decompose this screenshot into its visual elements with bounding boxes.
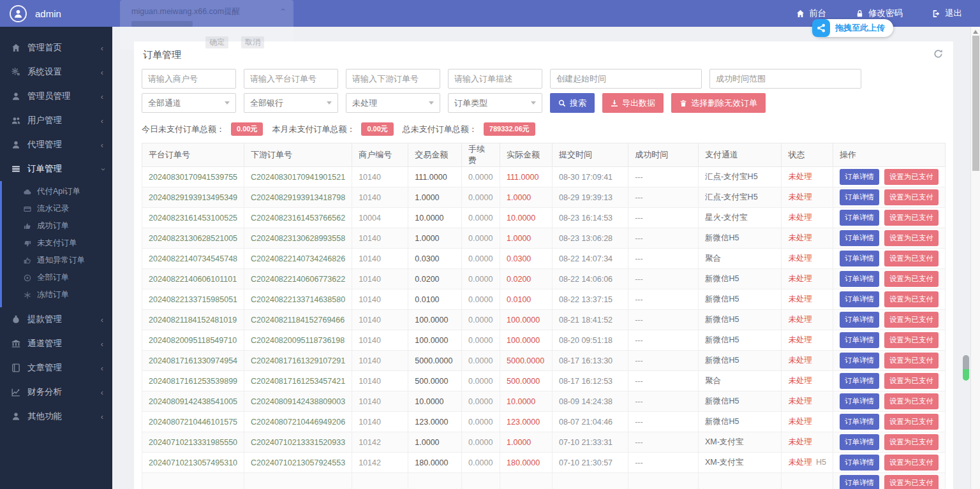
filter-select-3[interactable]: 订单类型 <box>448 93 542 113</box>
order-detail-button[interactable]: 订单详情 <box>840 414 879 430</box>
sidebar-menu: 管理首页 ‹ 系统设置 ‹ 管理员管理 ‹ 用户管理 ‹ 代理管理 ‹ 订单管理… <box>0 27 112 428</box>
table-row: 20240710213057495310C2024071021305792455… <box>142 453 946 473</box>
unpaid-stats: 今日未支付订单总额： 0.00元 本月未支付订单总额： 0.00元 总未支付订单… <box>142 122 946 136</box>
sidebar-item-system[interactable]: 系统设置 ‹ <box>0 60 112 84</box>
status-badge: 未处理 <box>788 213 812 222</box>
filter-input-3[interactable] <box>448 69 542 89</box>
filter-select-1[interactable]: 全部银行 <box>244 93 338 113</box>
chevron-down-icon <box>429 101 434 105</box>
filter-input-1[interactable] <box>244 69 338 89</box>
mini-progress-indicator <box>963 355 969 381</box>
order-detail-button[interactable]: 订单详情 <box>840 393 879 409</box>
set-paid-button[interactable]: 设置为已支付 <box>884 414 939 430</box>
avatar[interactable] <box>10 5 27 22</box>
order-detail-button[interactable]: 订单详情 <box>840 455 879 471</box>
order-detail-button[interactable]: 订单详情 <box>840 230 879 246</box>
set-paid-button[interactable]: 设置为已支付 <box>884 393 939 409</box>
order-detail-button[interactable]: 订单详情 <box>840 169 879 185</box>
set-paid-button[interactable]: 设置为已支付 <box>884 291 939 307</box>
upload-dropzone[interactable]: 拖拽至此上传 <box>812 19 893 37</box>
set-paid-button[interactable]: 设置为已支付 <box>884 230 939 246</box>
set-paid-button[interactable]: 设置为已支付 <box>884 210 939 226</box>
order-detail-button[interactable]: 订单详情 <box>840 291 879 307</box>
order-detail-button[interactable]: 订单详情 <box>840 475 879 489</box>
sidebar-item-home[interactable]: 管理首页 ‹ <box>0 36 112 60</box>
table-row: 20240822140606101101C2024082214060677362… <box>142 269 946 289</box>
filter-row-inputs <box>142 69 946 89</box>
order-detail-button[interactable]: 订单详情 <box>840 373 879 389</box>
order-detail-button[interactable]: 订单详情 <box>840 353 879 369</box>
user-icon <box>11 92 20 101</box>
set-paid-button[interactable]: 设置为已支付 <box>884 455 939 471</box>
scroll-up-arrow-icon[interactable] <box>973 30 978 34</box>
order-detail-button[interactable]: 订单详情 <box>840 332 879 348</box>
set-paid-button[interactable]: 设置为已支付 <box>884 271 939 287</box>
order-detail-button[interactable]: 订单详情 <box>840 434 879 450</box>
table-row: 20240823161453100525C2024082316145376656… <box>142 208 946 228</box>
filter-input-4[interactable] <box>550 69 702 89</box>
order-detail-button[interactable]: 订单详情 <box>840 312 879 328</box>
set-paid-button[interactable]: 设置为已支付 <box>884 373 939 389</box>
order-detail-button[interactable]: 订单详情 <box>840 271 879 287</box>
delete-invalid-orders-button[interactable]: 选择删除无效订单 <box>671 93 766 113</box>
sidebar-item-admins[interactable]: 管理员管理 ‹ <box>0 84 112 108</box>
filter-input-0[interactable] <box>142 69 236 89</box>
filter-input-5[interactable] <box>709 69 861 89</box>
user-icon <box>11 412 20 421</box>
chevron-left-icon: ‹ <box>101 412 103 421</box>
set-paid-button[interactable]: 设置为已支付 <box>884 332 939 348</box>
set-paid-button[interactable]: 设置为已支付 <box>884 434 939 450</box>
export-data-button[interactable]: 导出数据 <box>602 93 664 113</box>
table-row: 20240823130628521005C2024082313062899355… <box>142 228 946 249</box>
search-button[interactable]: 搜索 <box>550 93 595 113</box>
topbar-link-change-password[interactable]: 修改密码 <box>856 8 903 19</box>
set-paid-button[interactable]: 设置为已支付 <box>884 251 939 266</box>
sidebar-subitem-unpaid-orders[interactable]: 未支付订单 <box>2 235 112 252</box>
set-paid-button[interactable]: 设置为已支付 <box>884 312 939 328</box>
stat-label: 总未支付订单总额： <box>403 124 477 135</box>
filter-row-selects: 全部通道 全部银行 未处理 订单类型 搜索 导出数据 选择删除无效订单 <box>142 93 946 113</box>
set-paid-button[interactable]: 设置为已支付 <box>884 353 939 369</box>
page-title: 订单管理 <box>142 49 946 61</box>
sidebar-item-finance[interactable]: 财务分析 ‹ <box>0 380 112 404</box>
set-paid-button[interactable]: 设置为已支付 <box>884 475 939 489</box>
sidebar-subitem-flow-records[interactable]: 流水记录 <box>2 200 112 217</box>
sidebar-item-orders[interactable]: 订单管理 ‹ <box>0 157 112 181</box>
filter-select-2[interactable]: 未处理 <box>346 93 440 113</box>
filter-select-0[interactable]: 全部通道 <box>142 93 236 113</box>
set-paid-button[interactable]: 设置为已支付 <box>884 189 939 205</box>
user-icon <box>11 140 20 149</box>
sidebar: 管理首页 ‹ 系统设置 ‹ 管理员管理 ‹ 用户管理 ‹ 代理管理 ‹ 订单管理… <box>0 27 112 489</box>
sidebar-item-agents[interactable]: 代理管理 ‹ <box>0 133 112 157</box>
topbar-link-logout[interactable]: 退出 <box>932 8 962 19</box>
gear-icon <box>11 68 20 77</box>
sidebar-subitem-all-orders[interactable]: 全部订单 <box>2 269 112 286</box>
search-icon <box>558 99 566 107</box>
sidebar-item-channels[interactable]: 通道管理 ‹ <box>0 332 112 356</box>
sidebar-subitem-frozen-orders[interactable]: 冻结订单 <box>2 286 112 303</box>
sidebar-item-others[interactable]: 其他功能 ‹ <box>0 404 112 428</box>
chevron-left-icon: ‹ <box>101 364 103 372</box>
set-paid-button[interactable]: 设置为已支付 <box>884 169 939 185</box>
sidebar-item-articles[interactable]: 文章管理 ‹ <box>0 356 112 380</box>
upload-cloud-icon <box>812 19 830 37</box>
order-detail-button[interactable]: 订单详情 <box>840 189 879 205</box>
order-detail-button[interactable]: 订单详情 <box>840 251 879 266</box>
topbar-link-frontend[interactable]: 前台 <box>796 8 826 19</box>
sidebar-item-users[interactable]: 用户管理 ‹ <box>0 108 112 133</box>
scrollbar-thumb[interactable] <box>972 36 979 171</box>
sidebar-subitem-success-orders[interactable]: 成功订单 <box>2 217 112 235</box>
table-row: 订单详情设置为已支付 <box>142 473 946 489</box>
sidebar-subitem-api-orders[interactable]: 代付Api订单 <box>2 183 112 200</box>
chevron-down-icon: ‹ <box>98 168 106 170</box>
vertical-scrollbar[interactable] <box>970 27 980 489</box>
sidebar-subitem-notify-error-orders[interactable]: 通知异常订单 <box>2 252 112 269</box>
hand-icon <box>24 257 31 265</box>
order-detail-button[interactable]: 订单详情 <box>840 210 879 226</box>
table-row: 20240820095118549710C2024082009511873619… <box>142 330 946 351</box>
filter-input-2[interactable] <box>346 69 440 89</box>
sidebar-item-withdraw[interactable]: 提款管理 ‹ <box>0 307 112 332</box>
bank-icon <box>11 339 20 348</box>
status-badge: 未处理 <box>788 233 812 242</box>
refresh-icon[interactable] <box>933 49 943 61</box>
